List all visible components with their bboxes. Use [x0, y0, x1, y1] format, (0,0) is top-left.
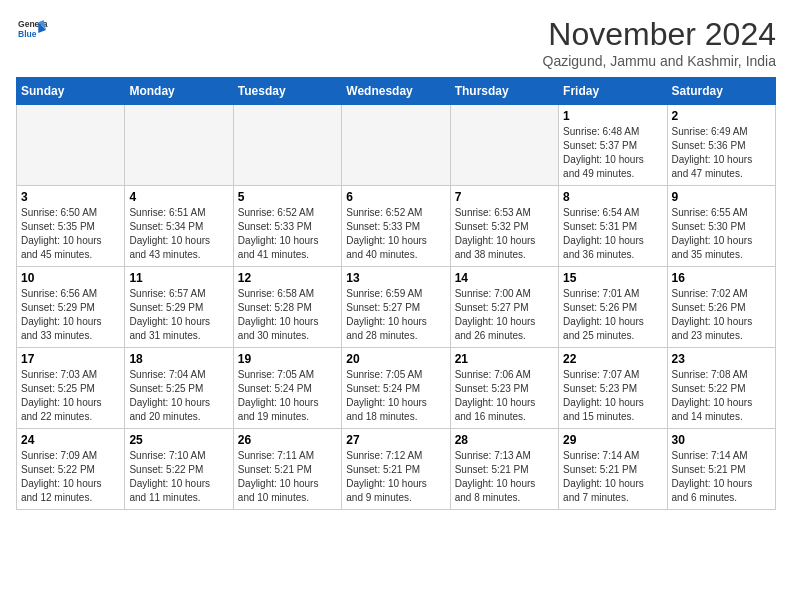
- svg-text:Blue: Blue: [18, 29, 37, 39]
- day-number: 29: [563, 433, 662, 447]
- day-info: Sunrise: 7:12 AMSunset: 5:21 PMDaylight:…: [346, 449, 445, 505]
- day-number: 5: [238, 190, 337, 204]
- day-number: 6: [346, 190, 445, 204]
- calendar-week-row: 24Sunrise: 7:09 AMSunset: 5:22 PMDayligh…: [17, 429, 776, 510]
- calendar-day-cell: 24Sunrise: 7:09 AMSunset: 5:22 PMDayligh…: [17, 429, 125, 510]
- weekday-header: Monday: [125, 78, 233, 105]
- day-info: Sunrise: 6:55 AMSunset: 5:30 PMDaylight:…: [672, 206, 771, 262]
- day-number: 18: [129, 352, 228, 366]
- calendar-day-cell: [233, 105, 341, 186]
- day-number: 3: [21, 190, 120, 204]
- calendar-day-cell: [17, 105, 125, 186]
- day-number: 21: [455, 352, 554, 366]
- day-info: Sunrise: 7:09 AMSunset: 5:22 PMDaylight:…: [21, 449, 120, 505]
- calendar-day-cell: 3Sunrise: 6:50 AMSunset: 5:35 PMDaylight…: [17, 186, 125, 267]
- day-number: 20: [346, 352, 445, 366]
- day-info: Sunrise: 6:57 AMSunset: 5:29 PMDaylight:…: [129, 287, 228, 343]
- calendar-day-cell: 7Sunrise: 6:53 AMSunset: 5:32 PMDaylight…: [450, 186, 558, 267]
- weekday-header: Sunday: [17, 78, 125, 105]
- day-info: Sunrise: 7:01 AMSunset: 5:26 PMDaylight:…: [563, 287, 662, 343]
- calendar-day-cell: 27Sunrise: 7:12 AMSunset: 5:21 PMDayligh…: [342, 429, 450, 510]
- weekday-header: Wednesday: [342, 78, 450, 105]
- logo: General Blue: [16, 16, 48, 44]
- calendar-day-cell: 4Sunrise: 6:51 AMSunset: 5:34 PMDaylight…: [125, 186, 233, 267]
- weekday-header-row: SundayMondayTuesdayWednesdayThursdayFrid…: [17, 78, 776, 105]
- calendar-day-cell: 21Sunrise: 7:06 AMSunset: 5:23 PMDayligh…: [450, 348, 558, 429]
- day-info: Sunrise: 6:48 AMSunset: 5:37 PMDaylight:…: [563, 125, 662, 181]
- calendar-week-row: 3Sunrise: 6:50 AMSunset: 5:35 PMDaylight…: [17, 186, 776, 267]
- calendar-day-cell: 28Sunrise: 7:13 AMSunset: 5:21 PMDayligh…: [450, 429, 558, 510]
- calendar-day-cell: 14Sunrise: 7:00 AMSunset: 5:27 PMDayligh…: [450, 267, 558, 348]
- weekday-header: Saturday: [667, 78, 775, 105]
- calendar-week-row: 10Sunrise: 6:56 AMSunset: 5:29 PMDayligh…: [17, 267, 776, 348]
- day-info: Sunrise: 7:07 AMSunset: 5:23 PMDaylight:…: [563, 368, 662, 424]
- calendar-day-cell: 11Sunrise: 6:57 AMSunset: 5:29 PMDayligh…: [125, 267, 233, 348]
- day-info: Sunrise: 6:51 AMSunset: 5:34 PMDaylight:…: [129, 206, 228, 262]
- calendar-week-row: 1Sunrise: 6:48 AMSunset: 5:37 PMDaylight…: [17, 105, 776, 186]
- calendar-day-cell: 6Sunrise: 6:52 AMSunset: 5:33 PMDaylight…: [342, 186, 450, 267]
- day-info: Sunrise: 7:11 AMSunset: 5:21 PMDaylight:…: [238, 449, 337, 505]
- day-info: Sunrise: 6:52 AMSunset: 5:33 PMDaylight:…: [238, 206, 337, 262]
- calendar-day-cell: 13Sunrise: 6:59 AMSunset: 5:27 PMDayligh…: [342, 267, 450, 348]
- day-number: 22: [563, 352, 662, 366]
- day-info: Sunrise: 7:02 AMSunset: 5:26 PMDaylight:…: [672, 287, 771, 343]
- day-number: 30: [672, 433, 771, 447]
- day-number: 27: [346, 433, 445, 447]
- day-info: Sunrise: 6:58 AMSunset: 5:28 PMDaylight:…: [238, 287, 337, 343]
- calendar-day-cell: 26Sunrise: 7:11 AMSunset: 5:21 PMDayligh…: [233, 429, 341, 510]
- calendar-day-cell: 25Sunrise: 7:10 AMSunset: 5:22 PMDayligh…: [125, 429, 233, 510]
- day-number: 28: [455, 433, 554, 447]
- calendar-week-row: 17Sunrise: 7:03 AMSunset: 5:25 PMDayligh…: [17, 348, 776, 429]
- day-number: 2: [672, 109, 771, 123]
- calendar-day-cell: 10Sunrise: 6:56 AMSunset: 5:29 PMDayligh…: [17, 267, 125, 348]
- day-info: Sunrise: 7:08 AMSunset: 5:22 PMDaylight:…: [672, 368, 771, 424]
- logo-icon: General Blue: [16, 16, 48, 44]
- day-info: Sunrise: 7:14 AMSunset: 5:21 PMDaylight:…: [672, 449, 771, 505]
- month-title: November 2024: [543, 16, 776, 53]
- calendar-day-cell: 16Sunrise: 7:02 AMSunset: 5:26 PMDayligh…: [667, 267, 775, 348]
- calendar-table: SundayMondayTuesdayWednesdayThursdayFrid…: [16, 77, 776, 510]
- day-info: Sunrise: 7:05 AMSunset: 5:24 PMDaylight:…: [346, 368, 445, 424]
- day-info: Sunrise: 6:50 AMSunset: 5:35 PMDaylight:…: [21, 206, 120, 262]
- weekday-header: Thursday: [450, 78, 558, 105]
- calendar-day-cell: 8Sunrise: 6:54 AMSunset: 5:31 PMDaylight…: [559, 186, 667, 267]
- day-number: 26: [238, 433, 337, 447]
- calendar-day-cell: 17Sunrise: 7:03 AMSunset: 5:25 PMDayligh…: [17, 348, 125, 429]
- day-number: 7: [455, 190, 554, 204]
- title-block: November 2024 Qazigund, Jammu and Kashmi…: [543, 16, 776, 69]
- day-number: 23: [672, 352, 771, 366]
- day-info: Sunrise: 7:06 AMSunset: 5:23 PMDaylight:…: [455, 368, 554, 424]
- calendar-day-cell: [450, 105, 558, 186]
- day-info: Sunrise: 7:03 AMSunset: 5:25 PMDaylight:…: [21, 368, 120, 424]
- calendar-day-cell: 2Sunrise: 6:49 AMSunset: 5:36 PMDaylight…: [667, 105, 775, 186]
- calendar-day-cell: 22Sunrise: 7:07 AMSunset: 5:23 PMDayligh…: [559, 348, 667, 429]
- day-info: Sunrise: 6:54 AMSunset: 5:31 PMDaylight:…: [563, 206, 662, 262]
- weekday-header: Tuesday: [233, 78, 341, 105]
- day-number: 12: [238, 271, 337, 285]
- day-info: Sunrise: 7:10 AMSunset: 5:22 PMDaylight:…: [129, 449, 228, 505]
- calendar-day-cell: [125, 105, 233, 186]
- day-number: 4: [129, 190, 228, 204]
- calendar-day-cell: 15Sunrise: 7:01 AMSunset: 5:26 PMDayligh…: [559, 267, 667, 348]
- day-number: 13: [346, 271, 445, 285]
- day-info: Sunrise: 6:59 AMSunset: 5:27 PMDaylight:…: [346, 287, 445, 343]
- calendar-day-cell: [342, 105, 450, 186]
- day-info: Sunrise: 7:13 AMSunset: 5:21 PMDaylight:…: [455, 449, 554, 505]
- day-info: Sunrise: 7:05 AMSunset: 5:24 PMDaylight:…: [238, 368, 337, 424]
- location-subtitle: Qazigund, Jammu and Kashmir, India: [543, 53, 776, 69]
- day-number: 14: [455, 271, 554, 285]
- day-number: 24: [21, 433, 120, 447]
- calendar-day-cell: 20Sunrise: 7:05 AMSunset: 5:24 PMDayligh…: [342, 348, 450, 429]
- day-info: Sunrise: 6:56 AMSunset: 5:29 PMDaylight:…: [21, 287, 120, 343]
- day-number: 19: [238, 352, 337, 366]
- day-number: 8: [563, 190, 662, 204]
- day-info: Sunrise: 6:52 AMSunset: 5:33 PMDaylight:…: [346, 206, 445, 262]
- day-number: 16: [672, 271, 771, 285]
- day-number: 11: [129, 271, 228, 285]
- calendar-day-cell: 5Sunrise: 6:52 AMSunset: 5:33 PMDaylight…: [233, 186, 341, 267]
- calendar-day-cell: 29Sunrise: 7:14 AMSunset: 5:21 PMDayligh…: [559, 429, 667, 510]
- calendar-day-cell: 30Sunrise: 7:14 AMSunset: 5:21 PMDayligh…: [667, 429, 775, 510]
- day-number: 10: [21, 271, 120, 285]
- calendar-day-cell: 18Sunrise: 7:04 AMSunset: 5:25 PMDayligh…: [125, 348, 233, 429]
- day-info: Sunrise: 7:00 AMSunset: 5:27 PMDaylight:…: [455, 287, 554, 343]
